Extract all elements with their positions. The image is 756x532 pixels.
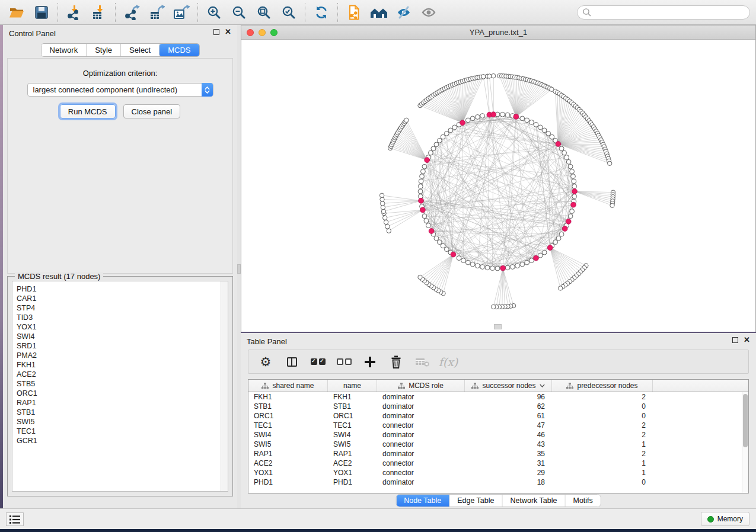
table-row[interactable]: SWI5SWI5connector431 xyxy=(248,440,748,449)
table-cell[interactable]: 0 xyxy=(552,402,653,411)
mcds-result-item[interactable]: PHD1 xyxy=(17,284,228,294)
export-image-icon[interactable] xyxy=(171,2,192,23)
table-cell[interactable]: 1 xyxy=(552,459,653,468)
table-cell[interactable]: 0 xyxy=(552,411,653,421)
table-cell[interactable]: 2 xyxy=(552,430,653,440)
table-row[interactable]: TEC1TEC1connector472 xyxy=(248,421,748,430)
task-history-button[interactable] xyxy=(6,512,24,526)
open-file-icon[interactable] xyxy=(6,2,27,23)
network-graph[interactable] xyxy=(241,40,755,332)
mcds-result-item[interactable]: RAP1 xyxy=(17,398,228,408)
table-cell[interactable]: YOX1 xyxy=(248,468,328,477)
table-cell[interactable]: dominator xyxy=(377,449,465,459)
table-row[interactable]: PHD1PHD1dominator180 xyxy=(248,477,748,487)
deselect-all-icon[interactable] xyxy=(334,353,354,371)
network-canvas[interactable] xyxy=(241,40,755,332)
table-cell[interactable]: connector xyxy=(377,440,465,449)
table-cell[interactable]: STB1 xyxy=(328,402,377,411)
table-cell[interactable]: dominator xyxy=(377,392,465,402)
network-window-titlebar[interactable]: YPA_prune.txt_1 xyxy=(241,25,755,40)
table-scrollbar-thumb[interactable] xyxy=(743,394,748,447)
mcds-result-item[interactable]: GCR1 xyxy=(17,436,228,446)
hide-graphics-details-icon[interactable] xyxy=(393,2,414,23)
table-cell[interactable]: 35 xyxy=(465,449,552,459)
table-cell[interactable]: connector xyxy=(377,459,465,468)
table-cell[interactable]: 46 xyxy=(465,430,552,440)
mcds-result-item[interactable]: TEC1 xyxy=(17,427,228,436)
column-header-shared-name[interactable]: shared name xyxy=(248,380,328,392)
table-cell[interactable]: 29 xyxy=(465,468,552,477)
zoom-selected-icon[interactable] xyxy=(278,2,299,23)
tab-network-table[interactable]: Network Table xyxy=(503,495,566,507)
search-input[interactable] xyxy=(577,5,750,20)
table-cell[interactable]: SWI5 xyxy=(248,440,328,449)
table-cell[interactable]: 2 xyxy=(552,449,653,459)
window-close-icon[interactable] xyxy=(247,29,254,36)
mcds-result-item[interactable]: ACE2 xyxy=(17,370,228,379)
window-maximize-icon[interactable] xyxy=(270,29,277,36)
table-cell[interactable]: YOX1 xyxy=(328,468,377,477)
mcds-result-item[interactable]: TID3 xyxy=(17,313,228,322)
table-row[interactable]: SWI4SWI4dominator462 xyxy=(248,430,748,440)
table-cell[interactable]: 18 xyxy=(465,477,552,487)
mcds-result-item[interactable]: CAR1 xyxy=(17,294,228,303)
column-header-successor-nodes[interactable]: successor nodes xyxy=(465,380,552,392)
zoom-in-icon[interactable] xyxy=(203,2,225,23)
show-graphics-details-icon[interactable] xyxy=(418,2,439,23)
tab-select[interactable]: Select xyxy=(121,44,160,56)
close-panel-button[interactable]: Close panel xyxy=(123,104,181,118)
import-table-icon[interactable] xyxy=(88,2,110,23)
column-header-predecessor-nodes[interactable]: predecessor nodes xyxy=(552,380,653,392)
table-options-gear-icon[interactable]: ⚙ xyxy=(256,353,276,371)
table-cell[interactable]: STB1 xyxy=(248,402,328,411)
table-cell[interactable]: TEC1 xyxy=(248,421,328,430)
table-cell[interactable]: SWI5 xyxy=(328,440,377,449)
table-row[interactable]: STB1STB1dominator620 xyxy=(248,402,748,411)
show-column-icon[interactable] xyxy=(282,353,302,371)
share-document-icon[interactable] xyxy=(343,2,365,23)
column-header-mcds-role[interactable]: MCDS role xyxy=(377,380,465,392)
table-cell[interactable]: 62 xyxy=(465,402,552,411)
table-cell[interactable]: SWI4 xyxy=(248,430,328,440)
import-network-icon[interactable] xyxy=(63,2,85,23)
zoom-fit-icon[interactable] xyxy=(253,2,275,23)
tab-motifs[interactable]: Motifs xyxy=(565,495,600,507)
mcds-list-scrollbar[interactable] xyxy=(221,281,228,491)
mcds-result-item[interactable]: STB1 xyxy=(17,408,228,417)
table-cell[interactable]: 0 xyxy=(552,477,653,487)
table-row[interactable]: RAP1RAP1dominator352 xyxy=(248,449,748,459)
close-panel-icon[interactable]: ✕ xyxy=(225,29,231,35)
export-table-icon[interactable] xyxy=(146,2,167,23)
table-cell[interactable]: dominator xyxy=(377,411,465,421)
mcds-result-item[interactable]: YOX1 xyxy=(17,322,228,332)
save-session-icon[interactable] xyxy=(31,2,52,23)
table-cell[interactable]: FKH1 xyxy=(328,392,377,402)
table-cell[interactable]: PHD1 xyxy=(248,477,328,487)
table-cell[interactable]: connector xyxy=(377,468,465,477)
table-cell[interactable]: SWI4 xyxy=(328,430,377,440)
memory-button[interactable]: Memory xyxy=(701,512,749,526)
table-cell[interactable]: RAP1 xyxy=(328,449,377,459)
mcds-result-item[interactable]: STB5 xyxy=(17,379,228,389)
float-panel-icon[interactable] xyxy=(213,29,219,35)
float-panel-icon[interactable] xyxy=(732,337,738,343)
select-all-icon[interactable] xyxy=(308,353,328,371)
table-cell[interactable]: ACE2 xyxy=(328,459,377,468)
table-cell[interactable]: FKH1 xyxy=(248,392,328,402)
mcds-result-item[interactable]: SWI5 xyxy=(17,417,228,427)
table-cell[interactable]: 96 xyxy=(465,392,552,402)
run-mcds-button[interactable]: Run MCDS xyxy=(60,104,116,118)
table-cell[interactable]: dominator xyxy=(377,477,465,487)
optimization-criterion-select[interactable]: largest connected component (undirected) xyxy=(27,83,213,97)
delete-column-icon[interactable] xyxy=(386,353,406,371)
table-cell[interactable]: 61 xyxy=(465,411,552,421)
table-cell[interactable]: 43 xyxy=(465,440,552,449)
table-cell[interactable]: 1 xyxy=(552,468,653,477)
table-cell[interactable]: ORC1 xyxy=(248,411,328,421)
add-column-icon[interactable] xyxy=(360,353,380,371)
mcds-result-list[interactable]: PHD1CAR1STP4TID3YOX1SWI4SRD1PMA2FKH1ACE2… xyxy=(12,281,228,446)
table-cell[interactable]: 31 xyxy=(465,459,552,468)
zoom-out-icon[interactable] xyxy=(228,2,250,23)
table-cell[interactable]: PHD1 xyxy=(328,477,377,487)
window-minimize-icon[interactable] xyxy=(259,29,266,36)
